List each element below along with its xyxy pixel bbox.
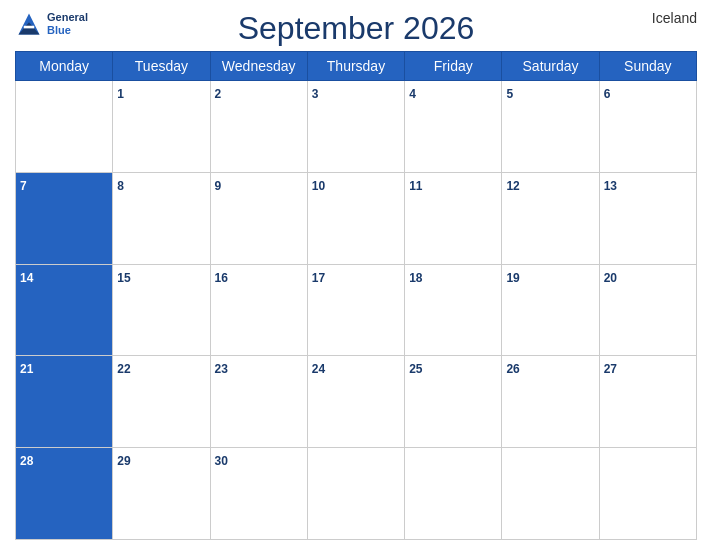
day-number: 10	[312, 179, 325, 193]
calendar-cell: 23	[210, 356, 307, 448]
day-number: 28	[20, 454, 33, 468]
day-number: 21	[20, 362, 33, 376]
day-number: 7	[20, 179, 27, 193]
logo-blue: Blue	[47, 24, 88, 37]
calendar-cell: 12	[502, 172, 599, 264]
calendar-cell: 6	[599, 81, 696, 173]
day-number: 4	[409, 87, 416, 101]
day-number: 15	[117, 271, 130, 285]
day-number: 24	[312, 362, 325, 376]
calendar-cell: 26	[502, 356, 599, 448]
calendar-cell: 7	[16, 172, 113, 264]
calendar-cell	[307, 448, 404, 540]
day-number: 26	[506, 362, 519, 376]
week-row-3: 14151617181920	[16, 264, 697, 356]
calendar-cell: 14	[16, 264, 113, 356]
day-number: 19	[506, 271, 519, 285]
calendar-cell: 19	[502, 264, 599, 356]
day-number: 27	[604, 362, 617, 376]
calendar-table: Monday Tuesday Wednesday Thursday Friday…	[15, 51, 697, 540]
day-number: 1	[117, 87, 124, 101]
day-number: 14	[20, 271, 33, 285]
calendar-cell: 11	[405, 172, 502, 264]
day-number: 8	[117, 179, 124, 193]
calendar-cell: 22	[113, 356, 210, 448]
calendar-cell: 5	[502, 81, 599, 173]
calendar-cell: 15	[113, 264, 210, 356]
day-number: 13	[604, 179, 617, 193]
calendar-cell: 29	[113, 448, 210, 540]
page-header: General Blue September 2026 Iceland	[15, 10, 697, 47]
page-title: September 2026	[238, 10, 475, 47]
logo-icon	[15, 10, 43, 38]
country-label: Iceland	[652, 10, 697, 26]
calendar-cell	[502, 448, 599, 540]
day-number: 12	[506, 179, 519, 193]
calendar-cell: 27	[599, 356, 696, 448]
calendar-cell	[16, 81, 113, 173]
calendar-cell: 9	[210, 172, 307, 264]
calendar-cell: 4	[405, 81, 502, 173]
header-friday: Friday	[405, 52, 502, 81]
day-number: 9	[215, 179, 222, 193]
logo-general: General	[47, 11, 88, 24]
calendar-cell: 10	[307, 172, 404, 264]
weekday-header-row: Monday Tuesday Wednesday Thursday Friday…	[16, 52, 697, 81]
svg-rect-3	[24, 26, 35, 29]
day-number: 30	[215, 454, 228, 468]
calendar-cell	[599, 448, 696, 540]
header-tuesday: Tuesday	[113, 52, 210, 81]
day-number: 6	[604, 87, 611, 101]
day-number: 25	[409, 362, 422, 376]
day-number: 20	[604, 271, 617, 285]
calendar-cell: 18	[405, 264, 502, 356]
calendar-cell: 25	[405, 356, 502, 448]
calendar-cell: 16	[210, 264, 307, 356]
header-wednesday: Wednesday	[210, 52, 307, 81]
header-sunday: Sunday	[599, 52, 696, 81]
day-number: 22	[117, 362, 130, 376]
day-number: 18	[409, 271, 422, 285]
day-number: 29	[117, 454, 130, 468]
day-number: 23	[215, 362, 228, 376]
calendar-cell: 24	[307, 356, 404, 448]
calendar-cell: 30	[210, 448, 307, 540]
header-monday: Monday	[16, 52, 113, 81]
header-thursday: Thursday	[307, 52, 404, 81]
calendar-cell: 21	[16, 356, 113, 448]
week-row-5: 282930	[16, 448, 697, 540]
logo: General Blue	[15, 10, 88, 38]
calendar-cell: 3	[307, 81, 404, 173]
header-saturday: Saturday	[502, 52, 599, 81]
calendar-cell: 28	[16, 448, 113, 540]
calendar-cell: 20	[599, 264, 696, 356]
calendar-cell	[405, 448, 502, 540]
week-row-2: 78910111213	[16, 172, 697, 264]
calendar-cell: 13	[599, 172, 696, 264]
day-number: 11	[409, 179, 422, 193]
day-number: 3	[312, 87, 319, 101]
week-row-4: 21222324252627	[16, 356, 697, 448]
calendar-cell: 17	[307, 264, 404, 356]
day-number: 5	[506, 87, 513, 101]
day-number: 16	[215, 271, 228, 285]
calendar-cell: 1	[113, 81, 210, 173]
day-number: 2	[215, 87, 222, 101]
day-number: 17	[312, 271, 325, 285]
calendar-cell: 8	[113, 172, 210, 264]
calendar-cell: 2	[210, 81, 307, 173]
week-row-1: 123456	[16, 81, 697, 173]
